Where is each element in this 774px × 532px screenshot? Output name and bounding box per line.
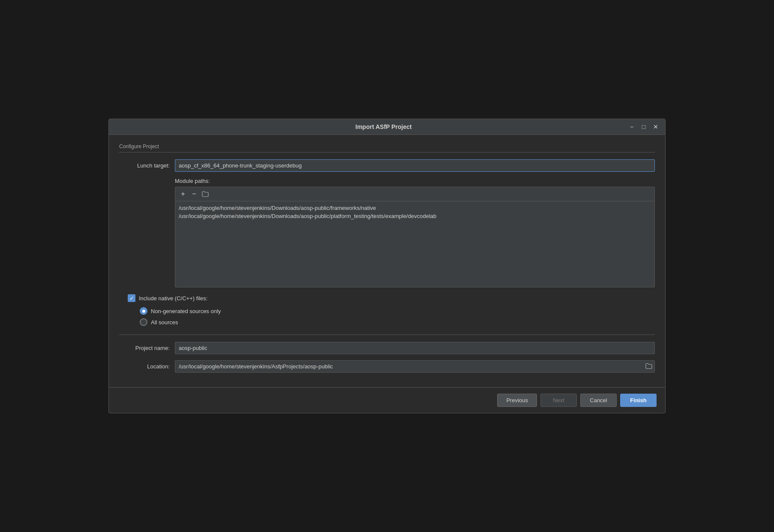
include-native-row[interactable]: ✓ Include native (C/C++) files: xyxy=(128,294,655,302)
import-dialog: Import ASfP Project − □ ✕ Configure Proj… xyxy=(108,119,666,413)
module-paths-list: /usr/local/google/home/stevenjenkins/Dow… xyxy=(175,201,654,287)
radio-all-sources[interactable] xyxy=(140,318,147,326)
module-paths-label: Module paths: xyxy=(175,178,655,184)
radio-group: Non-generated sources only All sources xyxy=(140,307,655,326)
dialog-footer: Previous Next Cancel Finish xyxy=(109,387,665,413)
include-native-label: Include native (C/C++) files: xyxy=(139,295,207,302)
project-name-label: Project name: xyxy=(119,345,175,351)
location-input[interactable] xyxy=(175,360,655,373)
lunch-target-row: Lunch target: xyxy=(119,159,655,172)
cancel-button[interactable]: Cancel xyxy=(580,394,617,407)
section-header-configure: Configure Project xyxy=(119,143,655,152)
divider xyxy=(119,335,655,335)
lunch-target-input[interactable] xyxy=(175,159,655,172)
lunch-target-label: Lunch target: xyxy=(119,162,175,169)
add-path-button[interactable]: + xyxy=(178,189,188,199)
radio-non-generated-row[interactable]: Non-generated sources only xyxy=(140,307,655,315)
dialog-title: Import ASfP Project xyxy=(140,123,627,130)
module-paths-toolbar: + − xyxy=(175,187,654,201)
title-bar: Import ASfP Project − □ ✕ xyxy=(109,119,665,135)
project-name-row: Project name: xyxy=(119,342,655,354)
location-label: Location: xyxy=(119,363,175,370)
checkmark-icon: ✓ xyxy=(129,296,134,301)
module-paths-section: Module paths: + − /usr/local/google/home… xyxy=(119,178,655,287)
location-folder-icon xyxy=(645,363,652,369)
folder-icon xyxy=(202,191,209,197)
include-native-checkbox[interactable]: ✓ xyxy=(128,294,135,302)
close-button[interactable]: ✕ xyxy=(651,123,660,131)
previous-button[interactable]: Previous xyxy=(497,394,537,407)
minimize-button[interactable]: − xyxy=(627,123,636,131)
maximize-button[interactable]: □ xyxy=(639,123,648,131)
location-row: Location: xyxy=(119,360,655,373)
module-path-item[interactable]: /usr/local/google/home/stevenjenkins/Dow… xyxy=(179,212,651,220)
dialog-content: Configure Project Lunch target: Module p… xyxy=(109,135,665,387)
radio-all-sources-row[interactable]: All sources xyxy=(140,318,655,326)
finish-button[interactable]: Finish xyxy=(620,394,657,407)
title-bar-controls: − □ ✕ xyxy=(627,123,660,131)
location-browse-button[interactable] xyxy=(645,363,652,370)
location-input-wrapper xyxy=(175,360,655,373)
remove-path-button[interactable]: − xyxy=(189,189,199,199)
radio-all-sources-label: All sources xyxy=(151,319,178,326)
radio-non-generated-label: Non-generated sources only xyxy=(151,308,221,314)
module-paths-box: + − /usr/local/google/home/stevenjenkins… xyxy=(175,187,655,287)
browse-path-button[interactable] xyxy=(200,189,210,199)
module-path-item[interactable]: /usr/local/google/home/stevenjenkins/Dow… xyxy=(179,204,651,212)
next-button: Next xyxy=(540,394,577,407)
radio-non-generated[interactable] xyxy=(140,307,147,315)
project-name-input[interactable] xyxy=(175,342,655,354)
